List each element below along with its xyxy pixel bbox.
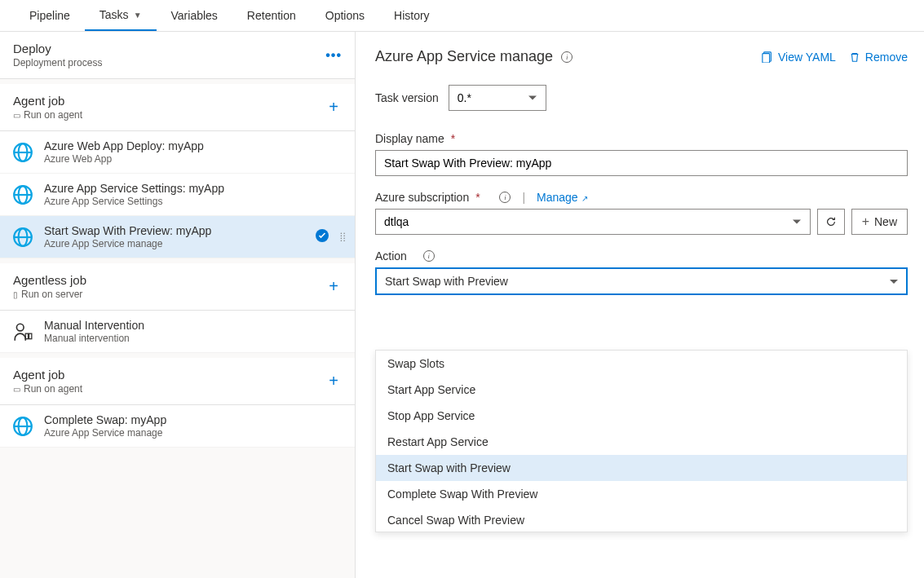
right-title: Azure App Service manage i	[375, 48, 573, 65]
info-icon[interactable]: i	[423, 250, 435, 262]
job-title: Agent job	[13, 368, 82, 382]
stage-subtitle: Deployment process	[13, 57, 102, 68]
right-header: Azure App Service manage i View YAML Rem…	[375, 48, 908, 65]
job-header-agent-2[interactable]: Agent job ▭ Run on agent +	[0, 358, 355, 405]
info-icon[interactable]: i	[561, 51, 573, 63]
agent-icon: ▭	[13, 385, 20, 394]
external-link-icon: ↗	[581, 194, 588, 203]
add-task-button[interactable]: +	[325, 98, 342, 117]
new-button[interactable]: + New	[851, 209, 908, 235]
tab-history[interactable]: History	[379, 0, 444, 31]
task-version-row: Task version 0.*	[375, 85, 908, 111]
task-item-manual-intervention[interactable]: Manual Intervention Manual intervention	[0, 311, 355, 353]
task-item-complete-swap[interactable]: Complete Swap: myApp Azure App Service m…	[0, 405, 355, 448]
display-name-input[interactable]	[375, 150, 908, 176]
view-yaml-button[interactable]: View YAML	[762, 51, 836, 64]
tab-retention[interactable]: Retention	[232, 0, 311, 31]
main-split: Deploy Deployment process ••• Agent job …	[0, 32, 924, 578]
task-title: Azure App Service Settings: myApp	[44, 182, 224, 195]
manage-link[interactable]: Manage ↗	[537, 191, 587, 204]
subscription-select[interactable]: dtlqa	[375, 209, 811, 235]
info-icon[interactable]: i	[499, 192, 511, 203]
task-version-select[interactable]: 0.*	[449, 85, 546, 111]
job-title: Agent job	[13, 94, 82, 108]
more-menu-icon[interactable]: •••	[325, 48, 342, 63]
dropdown-item[interactable]: Start App Service	[376, 377, 907, 403]
check-circle-icon	[316, 229, 329, 245]
required-star: *	[475, 191, 480, 204]
dropdown-item[interactable]: Cancel Swap With Preview	[376, 507, 907, 532]
task-sub: Azure App Service manage	[44, 238, 211, 249]
stage-title: Deploy	[13, 42, 102, 55]
action-select[interactable]: Start Swap with Preview	[375, 267, 908, 295]
left-pane: Deploy Deployment process ••• Agent job …	[0, 32, 356, 578]
person-icon	[11, 320, 34, 343]
stage-header[interactable]: Deploy Deployment process •••	[0, 32, 355, 79]
task-sub: Manual intervention	[44, 333, 144, 344]
display-name-label: Display name	[375, 132, 444, 145]
task-sub: Azure App Service manage	[44, 427, 166, 439]
job-header-agentless[interactable]: Agentless job ▯ Run on server +	[0, 263, 355, 311]
tab-variables[interactable]: Variables	[157, 0, 232, 31]
task-item-start-swap[interactable]: Start Swap With Preview: myApp Azure App…	[0, 216, 355, 258]
globe-icon	[11, 226, 34, 249]
subscription-label: Azure subscription	[375, 191, 469, 204]
required-star: *	[451, 132, 455, 145]
task-sub: Azure Web App	[44, 153, 204, 165]
job-subtitle: ▭ Run on agent	[13, 109, 82, 121]
svg-rect-17	[763, 53, 770, 62]
dropdown-item[interactable]: Swap Slots	[376, 351, 907, 377]
action-dropdown-panel: Swap Slots Start App Service Stop App Se…	[375, 350, 908, 532]
chevron-down-icon: ▼	[134, 11, 142, 20]
svg-rect-11	[25, 333, 28, 339]
add-task-button[interactable]: +	[325, 372, 342, 390]
drag-handle-icon[interactable]: ●●●●●●●●	[340, 232, 347, 242]
task-item-webapp-deploy[interactable]: Azure Web App Deploy: myApp Azure Web Ap…	[0, 131, 355, 174]
tab-pipeline[interactable]: Pipeline	[15, 0, 85, 31]
agent-icon: ▭	[13, 111, 20, 120]
refresh-button[interactable]	[817, 209, 845, 235]
action-label: Action	[375, 249, 407, 263]
task-version-label: Task version	[375, 91, 439, 104]
add-task-button[interactable]: +	[325, 277, 342, 296]
globe-icon	[11, 415, 34, 438]
dropdown-item[interactable]: Start Swap with Preview	[376, 455, 907, 481]
svg-point-10	[16, 324, 24, 331]
tab-options[interactable]: Options	[311, 0, 379, 31]
task-title: Complete Swap: myApp	[44, 413, 166, 426]
svg-rect-12	[29, 333, 32, 339]
globe-icon	[11, 141, 34, 164]
task-title: Start Swap With Preview: myApp	[44, 224, 211, 237]
job-subtitle: ▯ Run on server	[13, 289, 86, 300]
task-title: Manual Intervention	[44, 319, 144, 332]
dropdown-item[interactable]: Stop App Service	[376, 403, 907, 429]
job-subtitle: ▭ Run on agent	[13, 383, 82, 395]
task-sub: Azure App Service Settings	[44, 196, 224, 207]
right-pane: Azure App Service manage i View YAML Rem…	[356, 32, 924, 578]
globe-icon	[11, 183, 34, 206]
top-tabs: Pipeline Tasks ▼ Variables Retention Opt…	[0, 0, 924, 32]
dropdown-item[interactable]: Complete Swap With Preview	[376, 481, 907, 507]
server-icon: ▯	[13, 290, 18, 299]
remove-button[interactable]: Remove	[849, 51, 908, 64]
job-header-agent-1[interactable]: Agent job ▭ Run on agent +	[0, 84, 355, 131]
tab-tasks[interactable]: Tasks ▼	[85, 0, 157, 31]
job-title: Agentless job	[13, 273, 86, 287]
task-title: Azure Web App Deploy: myApp	[44, 139, 204, 152]
dropdown-item[interactable]: Restart App Service	[376, 429, 907, 455]
tab-tasks-label: Tasks	[99, 8, 129, 21]
task-item-service-settings[interactable]: Azure App Service Settings: myApp Azure …	[0, 174, 355, 216]
